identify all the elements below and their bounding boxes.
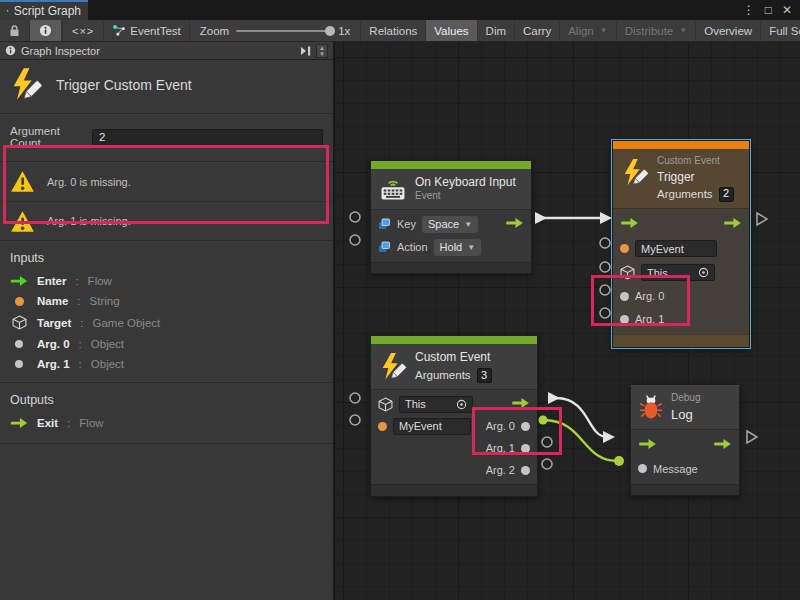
flow-input-port[interactable] <box>620 217 639 231</box>
dock-panel-icon[interactable] <box>300 46 312 56</box>
arguments-count[interactable]: 3 <box>477 368 492 383</box>
key-dropdown[interactable]: Space ▼ <box>422 216 478 233</box>
action-dropdown[interactable]: Hold ▼ <box>434 239 482 256</box>
port-row-arg1: Arg. 1 : Object <box>0 354 333 374</box>
object-port[interactable] <box>521 466 530 475</box>
flow-output-port[interactable] <box>713 438 732 452</box>
inspector-title: Graph Inspector <box>21 45 100 57</box>
object-port[interactable] <box>521 444 530 453</box>
event-name-field[interactable]: MyEvent <box>393 418 471 435</box>
port-row-exit: Exit : Flow <box>0 413 333 433</box>
custom-event-icon <box>620 158 650 188</box>
node-title: On Keyboard Input <box>415 175 516 190</box>
object-port[interactable] <box>638 464 647 473</box>
overview-button[interactable]: Overview <box>696 20 761 41</box>
port-row-arg0: Arg. 0 : Object <box>0 334 333 354</box>
target-field[interactable]: This <box>399 396 473 413</box>
node-footer <box>631 484 739 495</box>
node-trigger-custom-event[interactable]: Custom Event Trigger Arguments 2 <box>612 140 750 348</box>
custom-event-icon <box>8 67 44 103</box>
carry-button[interactable]: Carry <box>515 20 560 41</box>
dim-button[interactable]: Dim <box>478 20 515 41</box>
action-label: Action <box>397 241 428 253</box>
object-picker-icon[interactable] <box>456 399 467 410</box>
flow-output-port[interactable] <box>511 397 530 411</box>
info-icon <box>5 45 16 56</box>
chevron-down-icon: ▼ <box>464 220 472 229</box>
graph-name: EventTest <box>130 25 181 37</box>
arg-label: Arg. 0 <box>486 420 515 432</box>
message-label: Message <box>653 463 698 475</box>
connection-flow[interactable] <box>556 398 607 437</box>
flow-output-port[interactable] <box>723 217 742 231</box>
node-footer <box>371 484 537 496</box>
chevron-down-icon: ▼ <box>679 26 687 35</box>
warning-icon <box>10 170 35 193</box>
argument-count-input[interactable] <box>92 129 323 146</box>
code-view-button[interactable]: <×> <box>63 20 104 41</box>
connection-arrow <box>535 212 547 224</box>
connection-arrow <box>603 431 615 443</box>
arguments-label: Arguments <box>657 187 713 201</box>
string-port[interactable] <box>378 422 387 431</box>
custom-event-icon <box>378 352 408 382</box>
arg-label: Arg. 0 <box>635 290 664 302</box>
arg-label: Arg. 1 <box>486 442 515 454</box>
warning-icon <box>10 210 35 233</box>
node-debug-log[interactable]: Debug Log Message <box>630 385 740 496</box>
arguments-count[interactable]: 2 <box>719 187 734 202</box>
node-title: Log <box>671 407 700 423</box>
port-row-target: Target : Game Object <box>0 311 333 334</box>
event-name-field[interactable]: MyEvent <box>635 240 717 257</box>
object-port[interactable] <box>620 315 629 324</box>
relations-button[interactable]: Relations <box>361 20 426 41</box>
port-row-enter: Enter : Flow <box>0 271 333 291</box>
chevron-down-icon: ▼ <box>467 243 475 252</box>
node-custom-event[interactable]: Custom Event Arguments 3 This <box>370 335 538 497</box>
inspector-toggle-button[interactable] <box>30 20 62 41</box>
close-icon[interactable]: ✕ <box>782 3 792 17</box>
node-kind: Debug <box>671 392 700 405</box>
values-button[interactable]: Values <box>426 20 477 41</box>
tab-strip: Script Graph ⋮ □ ✕ <box>0 0 800 20</box>
inline-value-icon <box>378 218 391 231</box>
tab-script-graph[interactable]: Script Graph <box>0 0 88 20</box>
align-dropdown[interactable]: Align ▼ <box>560 20 617 41</box>
warning-text: Arg. 1 is missing. <box>47 215 131 227</box>
string-port[interactable] <box>620 244 629 253</box>
keyboard-event-icon <box>378 177 408 201</box>
object-port-icon <box>15 360 23 368</box>
tab-title: Script Graph <box>14 4 81 18</box>
graph-toolbar: <×> EventTest Zoom 1x Relations Values D… <box>0 20 800 42</box>
gameobject-cube-icon[interactable] <box>378 397 393 412</box>
object-port[interactable] <box>521 422 530 431</box>
zoom-control: Zoom 1x <box>190 20 362 41</box>
lock-button[interactable] <box>0 20 30 41</box>
key-label: Key <box>397 218 416 230</box>
scroll-down-icon[interactable]: ▼ <box>319 51 325 57</box>
panel-scroller[interactable]: ▲ ▼ <box>316 44 328 58</box>
distribute-dropdown[interactable]: Distribute ▼ <box>617 20 697 41</box>
target-field[interactable]: This <box>641 264 715 281</box>
graph-canvas[interactable]: On Keyboard Input Event Key Space ▼ <box>335 42 800 600</box>
warning-row: Arg. 1 is missing. <box>0 201 333 240</box>
object-picker-icon[interactable] <box>698 267 709 278</box>
node-title: Trigger <box>657 170 734 185</box>
object-port[interactable] <box>620 292 629 301</box>
zoom-slider-handle[interactable] <box>325 26 335 36</box>
connection-value[interactable] <box>543 420 618 461</box>
lock-icon <box>9 24 20 37</box>
window-controls: ⋮ □ ✕ <box>735 0 800 20</box>
node-on-keyboard-input[interactable]: On Keyboard Input Event Key Space ▼ <box>370 160 532 274</box>
gameobject-cube-icon[interactable] <box>620 265 635 280</box>
maximize-icon[interactable]: □ <box>765 3 772 17</box>
unit-title: Trigger Custom Event <box>56 77 192 93</box>
zoom-slider[interactable] <box>236 30 331 32</box>
flow-output-port[interactable] <box>505 217 524 231</box>
flow-input-port[interactable] <box>638 438 657 452</box>
fullscreen-button[interactable]: Full Screen <box>761 20 800 41</box>
graph-breadcrumb[interactable]: EventTest <box>104 20 190 41</box>
connection-arrow <box>548 392 560 404</box>
node-title: Custom Event <box>415 350 492 365</box>
menu-icon[interactable]: ⋮ <box>743 3 755 17</box>
